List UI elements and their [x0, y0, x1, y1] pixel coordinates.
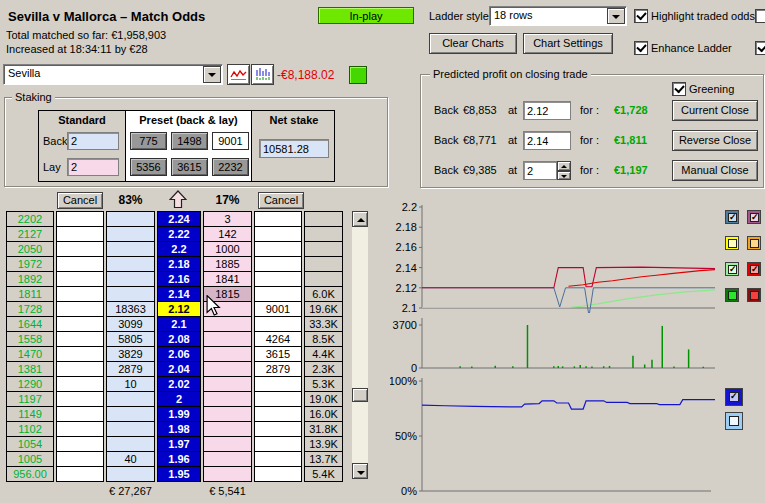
- ladder-cell-lay-order[interactable]: 4264: [254, 331, 302, 347]
- preset-stake-button[interactable]: 9001: [212, 132, 249, 150]
- clear-charts-button[interactable]: Clear Charts: [429, 33, 517, 54]
- preset-stake-button[interactable]: 1498: [171, 132, 208, 150]
- ladder-cell-price[interactable]: 1.95: [157, 466, 201, 482]
- scrollbar-down-button[interactable]: [352, 463, 368, 479]
- ladder-cell-lay-order[interactable]: 2879: [254, 361, 302, 377]
- ladder-cell-back-order[interactable]: [56, 316, 104, 332]
- price-series-toggle[interactable]: [747, 236, 761, 250]
- ladder-cell-lay-amount[interactable]: 1885: [203, 256, 252, 272]
- ladder-cell-back-amount[interactable]: [106, 391, 155, 407]
- ladder-cell-lay-order[interactable]: [254, 316, 302, 332]
- ladder-style-dropdown-button[interactable]: [607, 8, 625, 24]
- ladder-scrollbar[interactable]: [352, 211, 368, 479]
- ladder-cell-back-order[interactable]: [56, 241, 104, 257]
- odds-spinner-up-button[interactable]: [557, 161, 571, 171]
- ladder-cell-back-order[interactable]: [56, 466, 104, 482]
- odds-spinner-down-button[interactable]: [557, 171, 571, 180]
- ladder-cell-back-order[interactable]: [56, 436, 104, 452]
- ladder-cell-price[interactable]: 2.1: [157, 316, 201, 332]
- price-series-toggle[interactable]: ✓: [725, 210, 739, 224]
- preset-stake-button[interactable]: 775: [130, 132, 167, 150]
- ladder-cell-lay-amount[interactable]: [203, 361, 252, 377]
- ladder-cell-lay-order[interactable]: [254, 271, 302, 287]
- price-series-toggle[interactable]: [725, 288, 739, 302]
- ladder-cell-back-amount[interactable]: 10: [106, 376, 155, 392]
- ladder-cell-price[interactable]: 2.04: [157, 361, 201, 377]
- ladder-cell-back-order[interactable]: [56, 346, 104, 362]
- ladder-cell-price[interactable]: 1.98: [157, 421, 201, 437]
- scrollbar-thumb[interactable]: [352, 388, 368, 402]
- ladder-cell-back-amount[interactable]: 40: [106, 451, 155, 467]
- ladder-cell-back-amount[interactable]: [106, 241, 155, 257]
- ladder-cell-lay-amount[interactable]: 1000: [203, 241, 252, 257]
- cancel-lay-orders-button[interactable]: Cancel: [258, 192, 304, 209]
- ladder-cell-back-amount[interactable]: [106, 286, 155, 302]
- highlight-traded-odds-checkbox[interactable]: [634, 9, 648, 23]
- ladder-cell-price[interactable]: 1.99: [157, 406, 201, 422]
- percent-series-toggle[interactable]: [725, 412, 743, 430]
- ladder-cell-back-order[interactable]: [56, 301, 104, 317]
- predicted-odds-input[interactable]: [523, 101, 571, 120]
- ladder-cell-price[interactable]: 1.96: [157, 451, 201, 467]
- inplay-status-badge[interactable]: In-play: [318, 7, 414, 24]
- reverse-close-button[interactable]: Reverse Close: [672, 130, 758, 151]
- ladder-cell-back-order[interactable]: [56, 331, 104, 347]
- ladder-cell-lay-order[interactable]: [254, 466, 302, 482]
- ladder-cell-back-amount[interactable]: [106, 271, 155, 287]
- ladder-cell-lay-amount[interactable]: 3: [203, 211, 252, 227]
- ladder-cell-back-amount[interactable]: 3829: [106, 346, 155, 362]
- ladder-cell-price[interactable]: 2.16: [157, 271, 201, 287]
- price-series-toggle[interactable]: ✓: [747, 210, 761, 224]
- ladder-cell-price[interactable]: 2.06: [157, 346, 201, 362]
- edge-top-checkbox[interactable]: [755, 9, 765, 23]
- ladder-cell-lay-amount[interactable]: [203, 391, 252, 407]
- cancel-back-orders-button[interactable]: Cancel: [57, 192, 103, 209]
- ladder-cell-lay-order[interactable]: [254, 256, 302, 272]
- ladder-cell-lay-amount[interactable]: [203, 466, 252, 482]
- ladder-cell-back-order[interactable]: [56, 406, 104, 422]
- ladder-cell-lay-order[interactable]: [254, 436, 302, 452]
- ladder-cell-lay-amount[interactable]: 142: [203, 226, 252, 242]
- ladder-cell-price[interactable]: 2.12: [157, 301, 201, 317]
- ladder-cell-back-order[interactable]: [56, 256, 104, 272]
- ladder-cell-back-order[interactable]: [56, 361, 104, 377]
- price-series-toggle[interactable]: [747, 288, 761, 302]
- current-close-button[interactable]: Current Close: [672, 100, 758, 121]
- ladder-cell-price[interactable]: 2.02: [157, 376, 201, 392]
- ladder-style-combobox[interactable]: 18 rows: [489, 6, 627, 26]
- ladder-cell-back-amount[interactable]: [106, 436, 155, 452]
- ladder-cell-back-order[interactable]: [56, 391, 104, 407]
- ladder-cell-lay-amount[interactable]: [203, 331, 252, 347]
- enhance-ladder-checkbox[interactable]: [634, 41, 648, 55]
- line-chart-icon-button[interactable]: [227, 64, 250, 85]
- ladder-cell-lay-order[interactable]: [254, 211, 302, 227]
- manual-close-button[interactable]: Manual Close: [672, 160, 758, 181]
- ladder-cell-back-order[interactable]: [56, 211, 104, 227]
- ladder-cell-price[interactable]: 2.24: [157, 211, 201, 227]
- ladder-cell-lay-order[interactable]: [254, 226, 302, 242]
- ladder-cell-back-amount[interactable]: [106, 211, 155, 227]
- ladder-cell-lay-order[interactable]: 3615: [254, 346, 302, 362]
- chart-settings-button[interactable]: Chart Settings: [523, 33, 613, 54]
- ladder-cell-back-amount[interactable]: [106, 466, 155, 482]
- scrollbar-up-button[interactable]: [352, 211, 368, 227]
- ladder-cell-back-amount[interactable]: 18363: [106, 301, 155, 317]
- ladder-cell-lay-order[interactable]: [254, 406, 302, 422]
- ladder-cell-lay-amount[interactable]: [203, 316, 252, 332]
- ladder-cell-back-order[interactable]: [56, 271, 104, 287]
- ladder-cell-back-amount[interactable]: [106, 421, 155, 437]
- ladder-cell-lay-amount[interactable]: [203, 376, 252, 392]
- percent-series-toggle[interactable]: ✓: [725, 388, 743, 406]
- ladder-cell-lay-amount[interactable]: [203, 421, 252, 437]
- predicted-odds-input[interactable]: [523, 161, 557, 180]
- ladder-cell-price[interactable]: 2.14: [157, 286, 201, 302]
- ladder-cell-lay-order[interactable]: [254, 421, 302, 437]
- ladder-cell-back-amount[interactable]: 2879: [106, 361, 155, 377]
- ladder-cell-lay-amount[interactable]: [203, 406, 252, 422]
- selection-combobox[interactable]: Sevilla: [3, 64, 223, 85]
- price-series-toggle[interactable]: [725, 236, 739, 250]
- ladder-cell-lay-order[interactable]: [254, 391, 302, 407]
- bar-chart-icon-button[interactable]: [251, 64, 274, 85]
- ladder-cell-lay-amount[interactable]: [203, 451, 252, 467]
- preset-stake-button[interactable]: 2232: [212, 158, 249, 176]
